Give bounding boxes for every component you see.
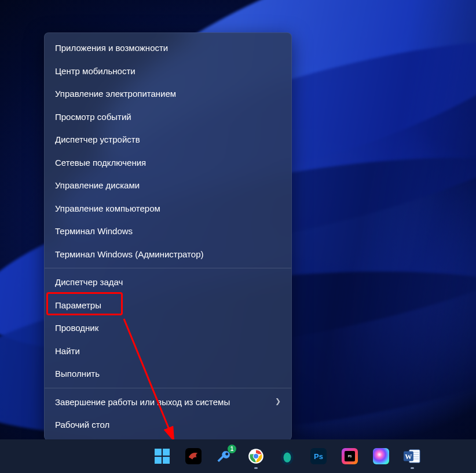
egg-icon	[280, 447, 295, 465]
menu-item-settings[interactable]: Параметры	[45, 294, 291, 317]
bird-icon	[187, 450, 200, 463]
menu-item-task-manager[interactable]: Диспетчер задач	[45, 271, 291, 294]
menu-item-search[interactable]: Найти	[45, 340, 291, 363]
taskbar-app-pixlr[interactable]	[372, 447, 390, 465]
winx-context-menu: Приложения и возможности Центр мобильнос…	[44, 32, 292, 441]
running-indicator	[254, 467, 258, 469]
svg-rect-2	[155, 449, 162, 456]
menu-item-label: Диспетчер устройств	[55, 134, 140, 145]
menu-item-label: Центр мобильности	[55, 66, 136, 77]
taskbar-app-zkteco[interactable]	[184, 447, 203, 465]
menu-item-terminal-admin[interactable]: Терминал Windows (Администратор)	[45, 243, 291, 266]
menu-item-shutdown-signout[interactable]: Завершение работы или выход из системы ❯	[45, 391, 291, 414]
svg-rect-5	[163, 457, 170, 464]
svg-rect-4	[155, 457, 162, 464]
start-button[interactable]	[153, 447, 171, 465]
menu-item-apps-and-features[interactable]: Приложения и возможности	[45, 37, 291, 60]
menu-item-computer-management[interactable]: Управление компьютером	[45, 197, 291, 220]
menu-item-label: Терминал Windows (Администратор)	[55, 249, 203, 260]
menu-item-label: Рабочий стол	[55, 419, 109, 431]
menu-item-label: Управление компьютером	[55, 203, 160, 214]
menu-item-label: Сетевые подключения	[55, 157, 146, 169]
menu-item-label: Просмотр событий	[55, 111, 131, 123]
photoshop-icon: Ps	[314, 452, 323, 461]
key-badge: 1	[228, 445, 236, 453]
menu-item-desktop[interactable]: Рабочий стол	[45, 413, 291, 436]
menu-item-label: Управление дисками	[55, 180, 140, 191]
taskbar-app-key[interactable]: 1	[215, 447, 234, 465]
menu-item-device-manager[interactable]: Диспетчер устройств	[45, 128, 291, 151]
windows-logo-icon	[155, 449, 170, 464]
menu-item-event-viewer[interactable]: Просмотр событий	[45, 105, 291, 129]
menu-item-label: Завершение работы или выход из системы	[55, 396, 230, 408]
svg-rect-3	[163, 449, 170, 456]
menu-item-label: Найти	[55, 345, 80, 357]
menu-item-label: Приложения и возможности	[55, 42, 168, 54]
menu-item-run[interactable]: Выполнить	[45, 362, 291, 385]
swirl-icon	[373, 448, 389, 464]
word-icon: W	[404, 448, 421, 464]
menu-item-label: Терминал Windows	[55, 225, 133, 237]
taskbar-app-eset[interactable]	[278, 447, 296, 465]
menu-separator	[45, 388, 291, 388]
menu-item-label: Выполнить	[55, 368, 100, 380]
taskbar: 1 Ps PS	[0, 439, 476, 473]
phpstorm-icon: PS	[345, 451, 355, 461]
menu-item-network-connections[interactable]: Сетевые подключения	[45, 151, 291, 174]
svg-text:W: W	[405, 453, 412, 461]
svg-point-8	[254, 454, 258, 459]
menu-separator	[45, 268, 291, 268]
menu-item-mobility-center[interactable]: Центр мобильности	[45, 60, 291, 83]
svg-point-10	[284, 453, 291, 463]
menu-item-label: Диспетчер задач	[55, 276, 123, 288]
menu-item-label: Параметры	[55, 300, 101, 311]
taskbar-app-photoshop[interactable]: Ps	[309, 447, 328, 465]
menu-item-disk-management[interactable]: Управление дисками	[45, 174, 291, 197]
menu-item-terminal[interactable]: Терминал Windows	[45, 220, 291, 243]
running-indicator	[411, 467, 414, 469]
taskbar-app-phpstorm[interactable]: PS	[340, 447, 359, 465]
taskbar-app-word[interactable]: W	[403, 447, 422, 465]
menu-item-label: Управление электропитанием	[55, 88, 176, 100]
menu-item-power-options[interactable]: Управление электропитанием	[45, 82, 291, 105]
menu-item-label: Проводник	[55, 322, 98, 334]
taskbar-app-chrome[interactable]	[247, 447, 265, 465]
chrome-icon	[248, 448, 264, 464]
chevron-right-icon: ❯	[275, 397, 281, 406]
menu-item-file-explorer[interactable]: Проводник	[45, 316, 291, 340]
